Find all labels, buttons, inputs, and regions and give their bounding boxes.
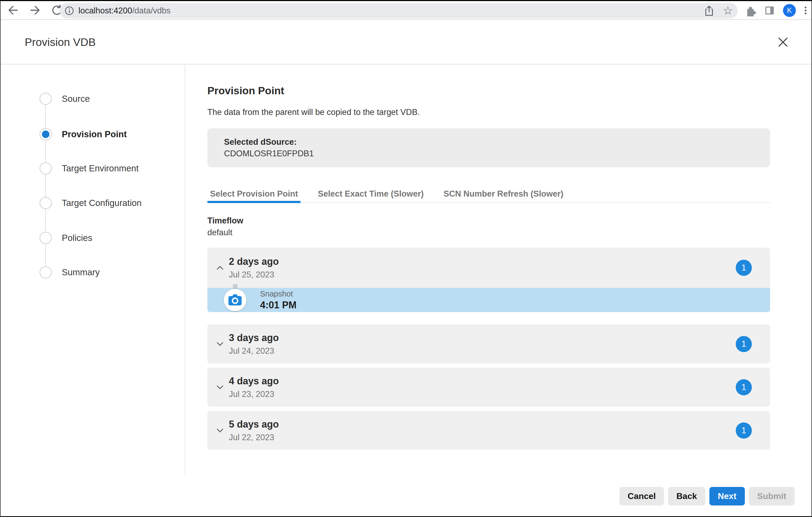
step-circle bbox=[39, 197, 52, 209]
snapshot-count-badge: 1 bbox=[736, 336, 752, 352]
group-title: 2 days ago bbox=[229, 256, 279, 267]
snapshot-count-badge: 1 bbox=[736, 423, 752, 438]
side-panel-icon bbox=[764, 5, 776, 17]
close-icon bbox=[777, 36, 789, 48]
chevron-down-icon bbox=[215, 384, 225, 391]
tab-scn-number-refresh[interactable]: SCN Number Refresh (Slower) bbox=[441, 185, 566, 202]
selected-dsource-value: CDOMLOSR1E0FPDB1 bbox=[224, 149, 314, 159]
snapshot-time: 4:01 PM bbox=[260, 299, 296, 311]
star-icon: ☆ bbox=[723, 4, 733, 17]
group-date: Jul 22, 2023 bbox=[229, 433, 279, 442]
back-button[interactable] bbox=[6, 4, 19, 17]
stepper-connector-line bbox=[45, 99, 46, 272]
back-button-dialog[interactable]: Back bbox=[668, 487, 705, 506]
step-label: Target Configuration bbox=[62, 198, 142, 208]
provision-point-panel: Provision Point The data from the parent… bbox=[207, 65, 770, 517]
snapshot-type-label: Snapshot bbox=[260, 289, 296, 298]
dialog-header: Provision VDB bbox=[1, 21, 811, 64]
step-circle bbox=[39, 93, 52, 105]
group-title: 4 days ago bbox=[229, 375, 279, 387]
step-circle bbox=[39, 232, 52, 244]
snapshot-row-selected[interactable]: Snapshot 4:01 PM bbox=[207, 288, 770, 312]
timeline-group-header[interactable]: 3 days ago Jul 24, 2023 1 bbox=[207, 324, 770, 363]
dialog-title: Provision VDB bbox=[25, 36, 96, 49]
camera-icon bbox=[228, 293, 242, 307]
timeline-group-header[interactable]: 2 days ago Jul 25, 2023 1 bbox=[207, 248, 770, 288]
provision-tabs: Select Provision Point Select Exact Time… bbox=[207, 185, 770, 203]
step-label: Provision Point bbox=[62, 129, 127, 139]
step-label: Source bbox=[62, 94, 90, 104]
dialog-footer: Cancel Back Next Submit bbox=[619, 487, 794, 506]
chevron-up-icon bbox=[215, 264, 225, 271]
timeline-group-2-days-ago: 2 days ago Jul 25, 2023 1 bbox=[207, 248, 770, 312]
bookmark-button[interactable]: ☆ bbox=[723, 5, 733, 17]
browser-window: localhost:4200/data/vdbs ☆ bbox=[0, 0, 812, 517]
step-circle-active bbox=[39, 128, 52, 140]
snapshot-count-badge: 1 bbox=[736, 260, 752, 276]
step-label: Summary bbox=[62, 267, 100, 278]
snapshot-timeline: 2 days ago Jul 25, 2023 1 bbox=[207, 248, 770, 454]
section-heading: Provision Point bbox=[207, 85, 284, 97]
step-circle bbox=[39, 162, 52, 175]
group-date: Jul 23, 2023 bbox=[229, 390, 279, 399]
group-title: 3 days ago bbox=[229, 332, 279, 344]
three-dot-menu-icon bbox=[804, 5, 808, 17]
share-button[interactable] bbox=[703, 5, 715, 17]
avatar-initial: K bbox=[787, 6, 792, 15]
share-icon bbox=[703, 5, 715, 17]
snapshot-marker bbox=[224, 289, 246, 311]
timeline-group-4-days-ago: 4 days ago Jul 23, 2023 1 bbox=[207, 368, 770, 407]
forward-button[interactable] bbox=[29, 4, 41, 17]
tab-select-exact-time[interactable]: Select Exact Time (Slower) bbox=[315, 185, 426, 202]
url-text: localhost:4200/data/vdbs bbox=[79, 6, 171, 16]
next-button[interactable]: Next bbox=[709, 487, 745, 506]
side-panel-button[interactable] bbox=[764, 5, 776, 17]
dialog-body: Source Provision Point Target Environmen… bbox=[1, 65, 811, 517]
wizard-stepper: Source Provision Point Target Environmen… bbox=[1, 65, 185, 475]
selected-dsource-label: Selected dSource: bbox=[224, 137, 296, 147]
window-top-edge bbox=[1, 0, 811, 1]
site-info-icon[interactable] bbox=[64, 6, 74, 16]
step-circle bbox=[39, 266, 52, 279]
timeline-group-header[interactable]: 4 days ago Jul 23, 2023 1 bbox=[207, 368, 770, 407]
address-bar[interactable]: localhost:4200/data/vdbs ☆ bbox=[60, 3, 738, 19]
browser-toolbar: localhost:4200/data/vdbs ☆ bbox=[1, 1, 811, 20]
group-title: 5 days ago bbox=[229, 419, 279, 430]
browser-menu-button[interactable] bbox=[804, 5, 808, 17]
url-host: localhost:4200 bbox=[79, 6, 132, 15]
timeflow-label: Timeflow bbox=[207, 216, 243, 226]
url-path: /data/vdbs bbox=[132, 6, 171, 15]
selected-dsource-box: Selected dSource: CDOMLOSR1E0FPDB1 bbox=[207, 128, 770, 167]
forward-arrow-icon bbox=[29, 4, 41, 17]
chevron-down-icon bbox=[215, 427, 225, 434]
profile-avatar[interactable]: K bbox=[783, 4, 796, 17]
timeline-group-5-days-ago: 5 days ago Jul 22, 2023 1 bbox=[207, 411, 770, 450]
section-description: The data from the parent will be copied … bbox=[207, 108, 420, 117]
cancel-button[interactable]: Cancel bbox=[619, 487, 664, 506]
chevron-down-icon bbox=[215, 341, 225, 347]
close-dialog-button[interactable] bbox=[776, 35, 790, 50]
timeline-group-header[interactable]: 5 days ago Jul 22, 2023 1 bbox=[207, 411, 770, 450]
tab-select-provision-point[interactable]: Select Provision Point bbox=[207, 185, 300, 202]
submit-button[interactable]: Submit bbox=[749, 487, 794, 506]
puzzle-icon bbox=[744, 5, 756, 17]
timeflow-value: default bbox=[207, 228, 232, 237]
step-label: Target Environment bbox=[62, 163, 139, 173]
group-date: Jul 24, 2023 bbox=[229, 346, 279, 356]
group-date: Jul 25, 2023 bbox=[229, 270, 279, 280]
back-arrow-icon bbox=[7, 4, 19, 17]
extensions-button[interactable] bbox=[744, 5, 756, 17]
step-label: Policies bbox=[62, 233, 92, 243]
timeline-group-3-days-ago: 3 days ago Jul 24, 2023 1 bbox=[207, 324, 770, 363]
snapshot-count-badge: 1 bbox=[736, 379, 752, 395]
